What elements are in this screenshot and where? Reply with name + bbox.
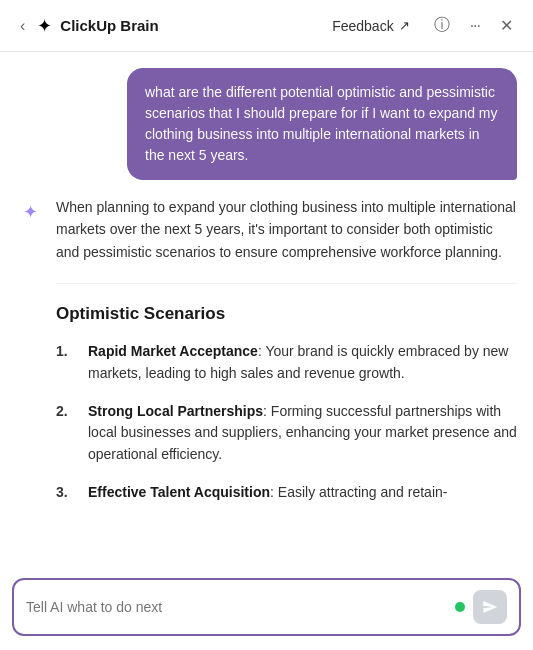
close-button[interactable]: ✕ [496, 12, 517, 39]
close-icon: ✕ [500, 16, 513, 35]
back-icon: ‹ [20, 17, 25, 35]
send-icon [482, 599, 498, 615]
ai-avatar: ✦ [16, 198, 44, 226]
user-message-text: what are the different potential optimis… [145, 84, 498, 163]
info-button[interactable]: ⓘ [430, 11, 454, 40]
info-icon: ⓘ [434, 15, 450, 36]
back-button[interactable]: ‹ [16, 13, 29, 39]
header: ‹ ✦ ClickUp Brain Feedback ↗ ⓘ ··· ✕ [0, 0, 533, 52]
list-item: Rapid Market Acceptance: Your brand is q… [56, 341, 517, 384]
more-icon: ··· [470, 17, 480, 35]
list-item: Strong Local Partnerships: Forming succe… [56, 401, 517, 466]
user-message-bubble: what are the different potential optimis… [127, 68, 517, 180]
list-item-content: Rapid Market Acceptance: Your brand is q… [88, 341, 517, 384]
scenario-desc-3: : Easily attracting and retain- [270, 484, 447, 500]
scenario-title-1: Rapid Market Acceptance [88, 343, 258, 359]
section-divider [56, 283, 517, 284]
feedback-label: Feedback [332, 18, 393, 34]
feedback-button[interactable]: Feedback ↗ [324, 14, 417, 38]
status-dot [455, 602, 465, 612]
ai-sparkle-icon: ✦ [23, 201, 38, 223]
ai-intro-text: When planning to expand your clothing bu… [56, 196, 517, 263]
header-left: ‹ ✦ ClickUp Brain [16, 13, 159, 39]
send-button[interactable] [473, 590, 507, 624]
input-area [0, 568, 533, 650]
scenario-title-3: Effective Talent Acquisition [88, 484, 270, 500]
list-item: Effective Talent Acquisition: Easily att… [56, 482, 517, 504]
app-title: ClickUp Brain [60, 17, 158, 34]
list-item-content: Strong Local Partnerships: Forming succe… [88, 401, 517, 466]
chat-input[interactable] [26, 599, 447, 615]
scenario-title-2: Strong Local Partnerships [88, 403, 263, 419]
ai-content: When planning to expand your clothing bu… [56, 196, 517, 519]
header-right: Feedback ↗ ⓘ ··· ✕ [324, 11, 517, 40]
scenario-list: Rapid Market Acceptance: Your brand is q… [56, 341, 517, 503]
list-item-content: Effective Talent Acquisition: Easily att… [88, 482, 447, 504]
input-container [12, 578, 521, 636]
chat-area: what are the different potential optimis… [0, 52, 533, 568]
optimistic-section-title: Optimistic Scenarios [56, 300, 517, 327]
external-link-icon: ↗ [399, 18, 410, 33]
ai-response: ✦ When planning to expand your clothing … [16, 196, 517, 519]
clickup-brain-logo-icon: ✦ [37, 15, 52, 37]
more-options-button[interactable]: ··· [466, 13, 484, 39]
